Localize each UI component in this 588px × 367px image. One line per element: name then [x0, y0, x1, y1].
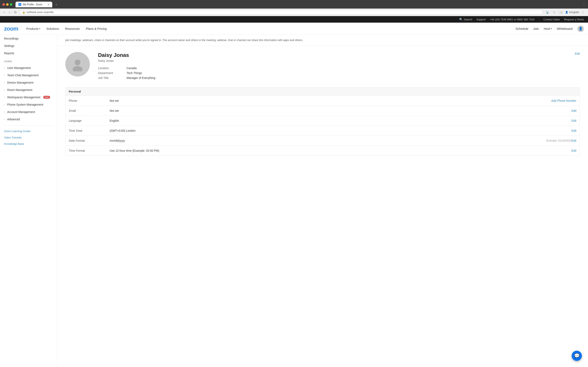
sidebar-item-team-chat[interactable]: › Team Chat Management	[0, 72, 57, 79]
new-badge: NEW	[43, 96, 50, 99]
chevron-right-icon: ›	[4, 67, 5, 69]
traffic-lights	[2, 3, 12, 6]
edit-date-format-button[interactable]: Edit	[571, 139, 576, 142]
back-button[interactable]: ‹	[2, 10, 6, 15]
search-button[interactable]: 🔍 Search	[459, 18, 472, 21]
department-label: Department	[98, 71, 122, 75]
sidebar-item-workspaces[interactable]: › Workspaces Management NEW	[0, 94, 57, 101]
edit-language-button[interactable]: Edit	[571, 119, 576, 122]
add-phone-button[interactable]: Add Phone Number	[551, 99, 576, 102]
profile-info: Daisy Jonas Daisy Jonas Edit Location Ca…	[98, 52, 580, 81]
workspaces-label: Workspaces Management	[7, 96, 40, 99]
edit-time-format-button[interactable]: Edit	[571, 149, 576, 152]
field-row-timezone: Time Zone (GMT+0:00) London Edit	[65, 126, 580, 136]
personal-section: Personal Phone Not set Add Phone Number …	[65, 87, 580, 156]
nav-schedule[interactable]: Schedule	[516, 27, 528, 30]
nav-host[interactable]: Host ▾	[544, 27, 552, 30]
video-tutorials-link[interactable]: Video Tutorials	[0, 134, 57, 141]
user-avatar[interactable]: 👤	[577, 25, 584, 32]
browser-menu-dots[interactable]: ⋮	[580, 10, 586, 14]
forward-button[interactable]: ›	[8, 10, 11, 15]
phone-field-action: Add Phone Number	[551, 99, 576, 102]
browser-tabs: Z My Profile - Zoom × +	[16, 2, 60, 7]
chevron-right-icon: ›	[4, 111, 5, 113]
profile-edit-button[interactable]: Edit	[575, 52, 580, 55]
person-icon: 👤	[579, 27, 583, 31]
zoom-logo[interactable]: zoom	[4, 25, 18, 32]
zmail-field-name: Zmail	[69, 109, 110, 112]
browser-toolbar: ‹ › ↻ 🔒 us06web.zoom.us/profile 📡 ☆ ⬜ 👤 …	[0, 8, 588, 16]
profile-section: Daisy Jonas Daisy Jonas Edit Location Ca…	[57, 46, 588, 87]
utility-bar: 🔍 Search Support +44 (20) 7039 8961 or 0…	[0, 16, 588, 23]
support-link[interactable]: Support	[476, 18, 486, 21]
sidebar-item-phone-system[interactable]: › Phone System Management	[0, 101, 57, 108]
address-bar[interactable]: 🔒 us06web.zoom.us/profile	[20, 10, 543, 15]
notice-text: join meetings, webinars, chats or channe…	[65, 39, 303, 42]
chevron-right-icon: ›	[4, 82, 5, 84]
maximize-window-button[interactable]	[10, 3, 12, 6]
minimize-window-button[interactable]	[6, 3, 9, 6]
account-icon: 👤	[565, 11, 568, 14]
zoom-learning-center-link[interactable]: Zoom Learning Center	[0, 128, 57, 134]
svg-point-0	[75, 59, 80, 65]
nav-solutions[interactable]: Solutions	[46, 27, 59, 30]
profile-name: Daisy Jonas	[98, 52, 129, 58]
sidebar-item-reports[interactable]: Reports	[0, 50, 57, 57]
zmail-field-value: Not set	[110, 109, 571, 112]
language-field-name: Language	[69, 119, 110, 122]
incognito-profile[interactable]: 👤 Incognito	[565, 11, 579, 14]
sidebar-item-user-management[interactable]: › User Management	[0, 64, 57, 72]
sidebar-item-room-management[interactable]: › Room Management	[0, 86, 57, 94]
browser-chrome: Z My Profile - Zoom × + ⋮	[0, 0, 588, 8]
nav-products[interactable]: Products ▾	[26, 27, 40, 30]
main-nav: zoom Products ▾ Solutions Resources Plan…	[0, 23, 588, 35]
contact-sales-link[interactable]: Contact Sales	[544, 18, 560, 21]
tab-close-button[interactable]: ×	[48, 3, 49, 6]
sidebar-item-advanced[interactable]: › Advanced	[0, 116, 57, 123]
add-zmail-button[interactable]: Add	[571, 109, 576, 112]
sidebar-item-account-management[interactable]: › Account Management	[0, 108, 57, 116]
separator: |	[539, 18, 539, 21]
time-format-field-action: Edit	[571, 149, 576, 152]
cast-icon[interactable]: 📡	[545, 10, 550, 14]
sidebar-item-settings[interactable]: Settings	[0, 42, 57, 50]
edit-timezone-button[interactable]: Edit	[571, 129, 576, 132]
new-tab-button[interactable]: +	[53, 2, 60, 7]
page-layout: Recordings Settings Reports ADMIN › User…	[0, 35, 588, 367]
avatar-container	[65, 52, 90, 76]
job-title-label: Job Title	[98, 76, 122, 80]
tab-title: My Profile - Zoom	[23, 3, 42, 6]
date-format-field-name: Date Format	[69, 139, 110, 142]
language-field-value: English	[110, 119, 571, 122]
date-format-field-action: Edit	[571, 139, 576, 142]
profile-field-job-title: Job Title Manager of Everything	[98, 76, 580, 80]
chevron-down-icon: ▾	[39, 27, 40, 30]
nav-resources[interactable]: Resources	[65, 27, 80, 30]
nav-plans-pricing[interactable]: Plans & Pricing	[86, 27, 107, 30]
field-row-zmail: Zmail Not set Add	[65, 106, 580, 116]
reports-label: Reports	[4, 52, 14, 55]
search-icon: 🔍	[459, 18, 463, 21]
chat-support-button[interactable]: 💬	[572, 351, 582, 361]
browser-menu-button[interactable]: ⋮	[582, 3, 586, 7]
refresh-button[interactable]: ↻	[13, 10, 18, 15]
account-management-label: Account Management	[7, 110, 35, 114]
extension-icon[interactable]: ⬜	[558, 10, 564, 14]
phone-label: +44 (20) 7039 8961 or 0800 368 7314	[490, 18, 535, 21]
chevron-right-icon: ›	[4, 89, 5, 91]
advanced-label: Advanced	[7, 118, 20, 121]
bookmark-icon[interactable]: ☆	[552, 10, 557, 14]
active-tab[interactable]: Z My Profile - Zoom ×	[16, 2, 52, 7]
profile-name-block: Daisy Jonas Daisy Jonas	[98, 52, 129, 67]
sidebar-item-device-management[interactable]: › Device Management	[0, 79, 57, 86]
language-field-action: Edit	[571, 119, 576, 122]
time-format-field-value: Use 12-hour time (Example: 02:00 PM)	[110, 149, 571, 152]
close-window-button[interactable]	[2, 3, 5, 6]
knowledge-base-link[interactable]: Knowledge Base	[0, 141, 57, 147]
sidebar-item-recordings[interactable]: Recordings	[0, 35, 57, 42]
room-management-label: Room Management	[7, 88, 32, 92]
nav-whiteboard[interactable]: Whiteboard	[557, 27, 572, 30]
chevron-down-icon: ▾	[551, 27, 552, 30]
request-demo-link[interactable]: Request a Demo	[564, 18, 584, 21]
nav-join[interactable]: Join	[533, 27, 539, 30]
